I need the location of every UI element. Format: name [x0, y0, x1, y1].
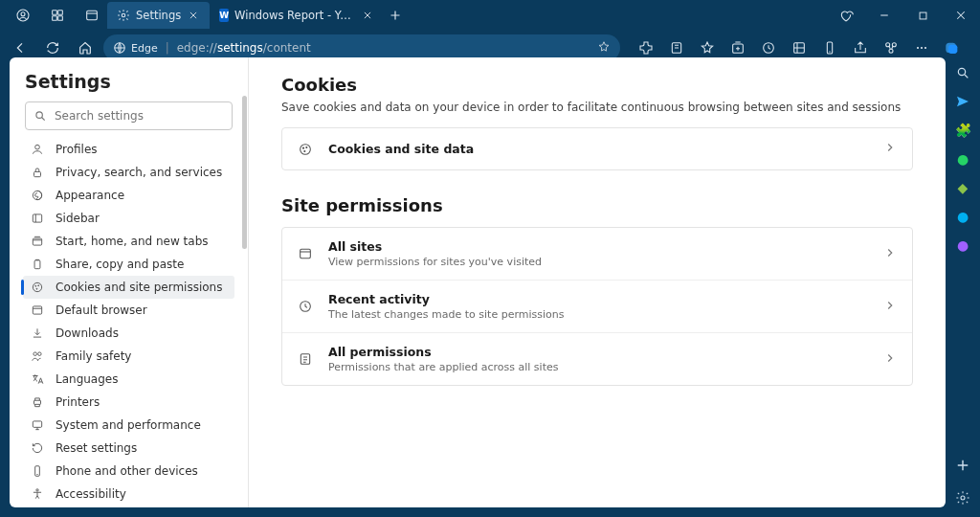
- close-icon[interactable]: [187, 9, 200, 22]
- url-text: edge://settings/content: [177, 41, 311, 55]
- row-all-permissions[interactable]: All permissionsPermissions that are appl…: [282, 332, 912, 385]
- panel-icon: [31, 212, 46, 225]
- svg-point-43: [304, 150, 305, 151]
- sidebar-whatsapp-icon[interactable]: ●: [953, 149, 972, 169]
- sidebar-item-profiles[interactable]: Profiles: [23, 138, 234, 161]
- sidebar-item-sidebar[interactable]: Sidebar: [23, 207, 234, 230]
- svg-point-19: [921, 47, 923, 49]
- svg-point-33: [33, 352, 37, 356]
- row-all-sites[interactable]: All sitesView permissions for sites you'…: [282, 228, 912, 280]
- sidebar-skype-icon[interactable]: ●: [953, 207, 972, 226]
- section-desc-cookies: Save cookies and data on your device in …: [281, 101, 913, 114]
- svg-rect-32: [33, 306, 41, 314]
- sidebar-search-icon[interactable]: [953, 63, 972, 82]
- devices-icon: [31, 464, 46, 478]
- svg-point-21: [36, 112, 42, 118]
- row-title: All permissions: [328, 345, 870, 359]
- svg-point-29: [35, 285, 36, 286]
- svg-rect-36: [33, 421, 41, 427]
- svg-rect-2: [53, 11, 57, 15]
- svg-rect-27: [34, 260, 40, 269]
- settings-sidebar: Settings Profiles Privacy, search, and s…: [10, 57, 249, 507]
- printer-icon: [31, 395, 46, 409]
- tabs-icon: [31, 235, 46, 248]
- gear-icon: [117, 9, 130, 22]
- row-title: All sites: [328, 239, 870, 254]
- search-input[interactable]: [55, 109, 224, 123]
- chevron-right-icon: [883, 245, 897, 263]
- paint-icon: [31, 189, 46, 202]
- sidebar-item-privacy[interactable]: Privacy, search, and services: [23, 161, 234, 184]
- svg-point-48: [961, 496, 965, 500]
- sidebar-item-start[interactable]: Start, home, and new tabs: [23, 230, 234, 253]
- svg-point-42: [306, 146, 307, 147]
- clock-icon: [298, 299, 315, 314]
- sidebar-send-icon[interactable]: [953, 92, 972, 111]
- tab-label: Windows Report - Your go-to sou…: [234, 9, 357, 22]
- sidebar-item-appearance[interactable]: Appearance: [23, 184, 234, 207]
- sidebar-item-accessibility[interactable]: Accessibility: [23, 483, 234, 506]
- sidebar-settings-icon[interactable]: [953, 488, 972, 507]
- sites-icon: [298, 246, 315, 261]
- site-identity[interactable]: Edge: [113, 41, 158, 55]
- svg-rect-6: [87, 11, 98, 19]
- row-cookies-site-data[interactable]: Cookies and site data: [282, 128, 912, 169]
- sidebar-item-downloads[interactable]: Downloads: [23, 322, 234, 345]
- svg-rect-23: [34, 171, 41, 176]
- sidebar-app-icon[interactable]: 🧩: [953, 121, 972, 140]
- sidebar-item-cookies[interactable]: Cookies and site permissions: [23, 276, 234, 299]
- profile-avatar[interactable]: [8, 0, 38, 31]
- download-icon: [31, 326, 46, 340]
- rewards-icon[interactable]: [827, 0, 865, 31]
- reset-icon: [31, 441, 46, 455]
- site-favicon-icon: W: [219, 9, 229, 22]
- sidebar-app2-icon[interactable]: ◆: [953, 178, 972, 197]
- workspaces-icon[interactable]: [42, 0, 73, 31]
- favorite-star-icon[interactable]: [597, 40, 611, 56]
- svg-point-7: [122, 13, 125, 17]
- chevron-right-icon: [883, 140, 897, 158]
- tab-strip: Settings W Windows Report - Your go-to s…: [107, 0, 409, 31]
- sidebar-item-family[interactable]: Family safety: [23, 345, 234, 368]
- sidebar-item-phone[interactable]: Phone and other devices: [23, 460, 234, 483]
- svg-point-31: [36, 288, 37, 289]
- svg-point-22: [35, 145, 40, 149]
- svg-point-18: [917, 47, 919, 49]
- svg-point-34: [38, 352, 42, 356]
- search-icon: [33, 109, 47, 123]
- sidebar-item-about[interactable]: About Microsoft Edge: [23, 506, 234, 507]
- svg-rect-35: [34, 400, 41, 404]
- row-title: Cookies and site data: [328, 142, 870, 156]
- minimize-button[interactable]: [865, 0, 903, 31]
- sidebar-item-reset[interactable]: Reset settings: [23, 437, 234, 460]
- sidebar-item-share[interactable]: Share, copy and paste: [23, 253, 234, 276]
- chevron-right-icon: [883, 350, 897, 369]
- close-icon[interactable]: [363, 9, 372, 22]
- search-settings[interactable]: [25, 101, 233, 130]
- close-window-button[interactable]: [942, 0, 980, 31]
- sidebar-add-icon[interactable]: [953, 456, 972, 475]
- sidebar-item-printers[interactable]: Printers: [23, 391, 234, 414]
- tab-actions-icon[interactable]: [77, 0, 107, 31]
- maximize-button[interactable]: [903, 0, 942, 31]
- sidebar-item-system[interactable]: System and performance: [23, 414, 234, 437]
- sidebar-item-default-browser[interactable]: Default browser: [23, 299, 234, 322]
- svg-rect-8: [920, 12, 926, 19]
- family-icon: [31, 349, 46, 363]
- tab-windows-report[interactable]: W Windows Report - Your go-to sou…: [210, 2, 382, 29]
- cookie-icon: [31, 281, 46, 294]
- section-title-cookies: Cookies: [281, 75, 913, 95]
- tab-settings[interactable]: Settings: [107, 2, 210, 29]
- svg-point-41: [302, 147, 303, 148]
- sidebar-messenger-icon[interactable]: ●: [953, 236, 972, 255]
- svg-point-38: [36, 489, 38, 491]
- cookies-card: Cookies and site data: [281, 127, 913, 170]
- new-tab-button[interactable]: [382, 2, 409, 29]
- row-recent-activity[interactable]: Recent activityThe latest changes made t…: [282, 280, 912, 332]
- svg-point-17: [889, 49, 893, 53]
- edge-label: Edge: [131, 42, 158, 55]
- permissions-card: All sitesView permissions for sites you'…: [281, 227, 913, 386]
- scrollbar-thumb[interactable]: [242, 96, 247, 249]
- cookie-icon: [298, 142, 315, 157]
- sidebar-item-languages[interactable]: Languages: [23, 368, 234, 391]
